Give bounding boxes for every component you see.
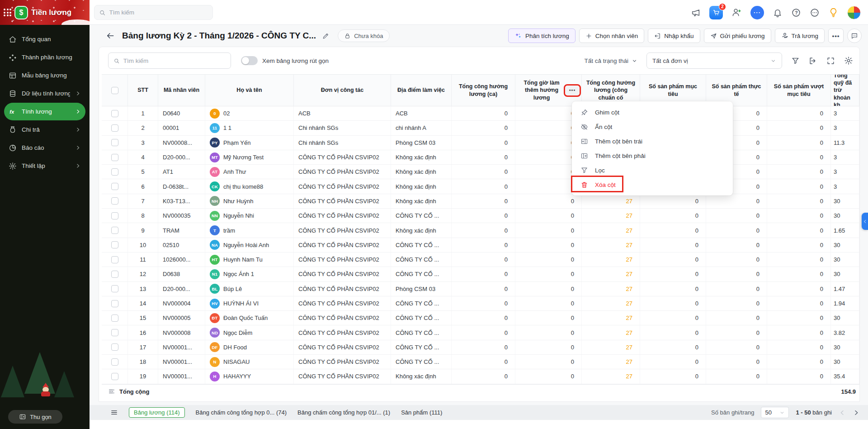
column-menu-button[interactable]: ••• [566, 86, 579, 95]
table-row[interactable]: 8 NV000035 NN Nguyễn Nhi CÔNG TY CỔ PHẦN… [102, 209, 859, 223]
back-button[interactable] [106, 31, 115, 40]
chat-icon[interactable]: ··· [750, 6, 764, 19]
sidebar-item[interactable]: Dữ liệu tính lương [4, 85, 85, 102]
next-page-button[interactable] [853, 409, 860, 416]
context-menu-item[interactable]: Ẩn cột [572, 119, 733, 134]
send-payslip-button[interactable]: Gửi phiếu lương [704, 29, 771, 43]
table-row[interactable]: 14 NV000004 HV HUỲNH ÁI VI CÔNG TY CỔ PH… [102, 296, 859, 311]
cart-icon[interactable]: 2 [709, 6, 723, 19]
sidebar-item[interactable]: Chi trả [4, 121, 85, 138]
table-row[interactable]: 12 D0638 N1 Ngọc Ánh 1 CÔNG TY CỔ PHẦN C… [102, 267, 859, 281]
sheet-tab[interactable]: Sản phẩm (111) [401, 408, 442, 417]
row-checkbox[interactable] [111, 183, 118, 190]
table-row[interactable]: 15 NV000005 ĐT Đoàn Quốc Tuấn CÔNG TY CỔ… [102, 311, 859, 325]
account-avatar[interactable] [847, 6, 861, 19]
sheet-tab[interactable]: Bảng chấm công tổng hợp 0... (74) [196, 408, 287, 417]
export-icon[interactable] [809, 57, 817, 65]
row-checkbox[interactable] [111, 154, 118, 161]
edit-title-icon[interactable] [322, 32, 330, 40]
whats-new-icon[interactable] [828, 7, 839, 18]
table-row[interactable]: 2 00001 11 1 1 Chi nhánh SGs chi nhánh A… [102, 121, 859, 135]
sidebar-item[interactable]: Tổng quan [4, 30, 85, 48]
table-row[interactable]: 7 K03-T13... NH Như Huỳnh CÔNG TY CỔ PHẦ… [102, 194, 859, 209]
table-row[interactable]: 3 NV00008... PY Phạm Yến Chi nhánh SGs P… [102, 136, 859, 150]
apps-grid-icon[interactable] [4, 9, 11, 16]
table-row[interactable]: 4 D20-000... MT Mỹ Nương Test CÔNG TY CỔ… [102, 150, 859, 165]
status-filter-dropdown[interactable]: Tất cả trạng thái [584, 57, 637, 64]
table-row[interactable]: 5 AT1 AT Anh Thư CÔNG TY CỔ PHẦN CSVIP02… [102, 165, 859, 179]
context-menu-item[interactable]: Lọc [572, 163, 733, 177]
column-overtime[interactable]: Tổng giờ làm thêm hưởng lương ••• [515, 75, 582, 106]
row-checkbox[interactable] [111, 329, 118, 336]
sidebar-item[interactable]: Thiết lập [4, 157, 85, 175]
column-fund[interactable]: Tổng quỹ đã trừ khoản kh [831, 75, 859, 106]
pay-salary-button[interactable]: Trả lương [775, 29, 825, 43]
table-row[interactable]: 19 NV00001... H HAHAYYY CÔNG TY CỔ PHẦN … [102, 369, 859, 384]
table-row[interactable]: 1 D0640 0 02 ACB ACB 0 0 27 0 0 0 3 [102, 106, 859, 121]
select-all-checkbox[interactable] [111, 87, 118, 94]
row-checkbox[interactable] [111, 358, 118, 366]
table-row[interactable]: 10 02510 NA Nguyễn Hoài Anh CÔNG TY CỔ P… [102, 238, 859, 253]
sheet-list-icon[interactable] [110, 409, 118, 416]
row-checkbox[interactable] [111, 373, 118, 380]
table-row[interactable]: 16 NV000008 ND Ngọc Diễm CÔNG TY CỔ PHẦN… [102, 325, 859, 340]
context-menu-item[interactable]: Thêm cột bên trái [572, 134, 733, 148]
table-row[interactable]: 6 D-0638t... CK chị thu kome88 CÔNG TY C… [102, 179, 859, 194]
table-row[interactable]: 18 NV00001... N NISAGAU CÔNG TY CỔ PHẦN … [102, 355, 859, 369]
table-row[interactable]: 11 1026000... HT Huynh Nam Tu CÔNG TY CỔ… [102, 253, 859, 267]
row-checkbox[interactable] [111, 197, 118, 205]
sheet-tab[interactable]: Bảng lương (114) [129, 407, 185, 418]
row-checkbox[interactable] [111, 315, 118, 322]
comments-button[interactable] [847, 29, 862, 43]
column-total-shift[interactable]: Tổng công hưởng lương (ca) [452, 75, 515, 106]
row-checkbox[interactable] [111, 300, 118, 307]
row-checkbox[interactable] [111, 212, 118, 219]
page-size-select[interactable]: 50 [761, 407, 789, 418]
sidebar-item[interactable]: Thành phần lương [4, 48, 85, 66]
row-checkbox[interactable] [111, 256, 118, 263]
table-row[interactable]: 9 TRAM T trầm CÔNG TY CỔ PHẦN CSVIP02 Kh… [102, 223, 859, 238]
row-checkbox[interactable] [111, 139, 118, 146]
table-row[interactable]: 13 D20-000... BL Búp Lê CÔNG TY CỔ PHẦN … [102, 282, 859, 296]
row-checkbox[interactable] [111, 110, 118, 117]
row-checkbox[interactable] [111, 168, 118, 176]
sidebar-item[interactable]: Tính lương [4, 103, 85, 120]
table-settings-icon[interactable] [844, 56, 853, 65]
add-user-icon[interactable] [731, 7, 742, 18]
header-more-button[interactable]: ••• [828, 29, 844, 43]
context-menu-item[interactable]: Xóa cột [572, 177, 733, 192]
context-menu-item[interactable]: Thêm cột bên phải [572, 148, 733, 163]
sheet-tab[interactable]: Bảng chấm công tổng hợp 01/... (1) [297, 408, 390, 417]
column-stt[interactable]: STT [128, 75, 158, 106]
table-row[interactable]: 17 NV00001... DF DH Food CÔNG TY CỔ PHẦN… [102, 340, 859, 355]
row-checkbox[interactable] [111, 227, 118, 234]
fullscreen-icon[interactable] [826, 57, 835, 65]
collapse-sidebar-button[interactable]: Thu gọn [8, 410, 62, 424]
global-search-input[interactable] [109, 9, 208, 16]
row-checkbox[interactable] [111, 124, 118, 132]
sidebar-item[interactable]: Báo cáo [4, 139, 85, 157]
row-checkbox[interactable] [111, 241, 118, 248]
row-checkbox[interactable] [111, 343, 118, 351]
filter-icon[interactable] [791, 57, 800, 65]
global-search[interactable] [94, 5, 213, 20]
lock-status-badge[interactable]: Chưa khóa [338, 29, 389, 42]
column-unit[interactable]: Đơn vị công tác [294, 75, 391, 106]
sidebar-item[interactable]: Mẫu bảng lương [4, 67, 85, 84]
prev-page-button[interactable] [839, 409, 846, 416]
analyze-salary-button[interactable]: Phân tích lương [508, 29, 576, 43]
column-employee-code[interactable]: Mã nhân viên [158, 75, 205, 106]
row-checkbox[interactable] [111, 285, 118, 292]
side-panel-handle[interactable] [862, 213, 868, 230]
notifications-icon[interactable] [773, 8, 783, 18]
unit-filter-dropdown[interactable]: Tất cả đơn vị [646, 52, 782, 69]
import-button[interactable]: Nhập khẩu [648, 29, 700, 43]
select-employee-button[interactable]: Chọn nhân viên [579, 29, 645, 43]
help-icon[interactable] [791, 8, 801, 18]
row-checkbox[interactable] [111, 271, 118, 278]
context-menu-item[interactable]: Ghim cột [572, 105, 733, 119]
megaphone-icon[interactable] [691, 8, 701, 18]
table-search[interactable] [108, 52, 231, 69]
column-exceed[interactable]: Số sản phẩm vượt mục tiêu [767, 75, 831, 106]
column-location[interactable]: Địa điểm làm việc [391, 75, 452, 106]
